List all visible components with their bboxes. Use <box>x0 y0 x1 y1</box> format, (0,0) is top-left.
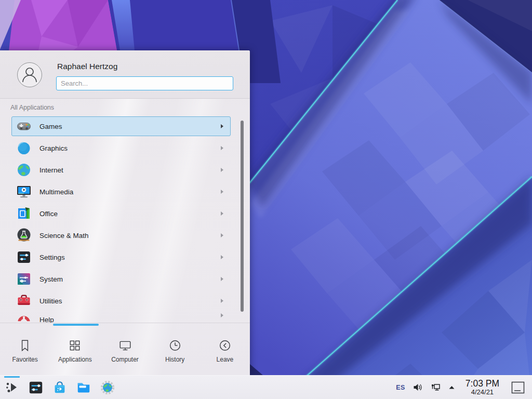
avatar[interactable] <box>17 62 42 87</box>
globe-icon <box>16 162 32 178</box>
footer-separator <box>0 323 250 323</box>
taskbar-file-manager[interactable] <box>72 376 96 399</box>
submenu-arrow-icon <box>221 233 223 237</box>
media-player-icon <box>16 183 32 200</box>
grid-icon <box>68 339 82 352</box>
network-icon[interactable] <box>430 382 441 393</box>
active-tab-indicator <box>53 324 99 326</box>
category-internet[interactable]: Internet <box>11 160 231 180</box>
volume-icon[interactable] <box>412 382 423 393</box>
bookmark-icon <box>18 339 32 352</box>
submenu-arrow-icon <box>221 146 223 150</box>
tab-history[interactable]: History <box>150 327 200 375</box>
flask-icon <box>16 227 32 244</box>
tab-applications[interactable]: Applications <box>50 327 100 375</box>
submenu-arrow-icon <box>221 168 223 172</box>
submenu-arrow-icon <box>221 313 223 317</box>
file-manager-icon <box>76 380 91 395</box>
clock-time: 7:03 PM <box>466 379 499 388</box>
application-launcher-menu: Raphael Hertzog All Applications Games <box>0 50 250 375</box>
desktop[interactable]: Raphael Hertzog All Applications Games <box>0 0 532 399</box>
clock[interactable]: 7:03 PM 4/24/21 <box>466 379 499 395</box>
taskbar-web-browser[interactable] <box>96 376 119 399</box>
submenu-arrow-icon <box>221 277 223 281</box>
category-science-math[interactable]: Science & Math <box>11 225 231 245</box>
submenu-arrow-icon <box>221 190 223 194</box>
taskbar-system-settings[interactable] <box>24 376 48 399</box>
system-settings-icon <box>28 380 44 395</box>
gamepad-icon <box>16 118 32 135</box>
show-desktop-button[interactable] <box>509 376 527 399</box>
category-games[interactable]: Games <box>11 116 231 136</box>
user-icon <box>18 63 42 87</box>
category-help[interactable]: Help <box>11 313 231 323</box>
section-label: All Applications <box>10 104 54 111</box>
category-system[interactable]: System <box>11 269 231 289</box>
toolbox-icon <box>16 292 32 309</box>
clock-icon <box>168 339 182 352</box>
document-icon <box>16 205 32 222</box>
category-graphics[interactable]: Graphics <box>11 138 231 158</box>
clock-date: 4/24/21 <box>466 389 499 396</box>
keyboard-layout-indicator[interactable]: ES <box>396 384 405 391</box>
sliders-icon <box>16 249 32 265</box>
system-tray: ES 7:03 PM 4/24/21 <box>396 376 527 399</box>
submenu-arrow-icon <box>221 255 223 259</box>
user-name: Raphael Hertzog <box>57 62 117 71</box>
taskbar-discover[interactable] <box>48 376 72 399</box>
category-list: Games Graphics Internet <box>0 113 250 323</box>
web-browser-icon <box>100 380 115 395</box>
scrollbar[interactable] <box>241 121 244 312</box>
submenu-arrow-icon <box>221 211 223 216</box>
lifesaver-icon <box>16 315 32 323</box>
launcher-active-indicator <box>4 376 20 378</box>
tab-computer[interactable]: Computer <box>100 327 150 375</box>
expand-tray-icon[interactable] <box>448 383 456 391</box>
show-desktop-icon <box>511 381 525 394</box>
discover-icon <box>52 380 68 395</box>
search-input[interactable] <box>56 76 233 90</box>
system-icon <box>16 271 32 287</box>
category-utilities[interactable]: Utilities <box>11 291 231 311</box>
category-office[interactable]: Office <box>11 204 231 223</box>
submenu-arrow-icon <box>221 124 223 128</box>
monitor-icon <box>118 339 132 352</box>
category-multimedia[interactable]: Multimedia <box>11 182 231 202</box>
tab-leave[interactable]: Leave <box>200 327 250 375</box>
leave-icon <box>218 339 232 352</box>
footer-tabs: Favorites Applications Computer <box>0 327 250 375</box>
kde-launcher-icon <box>4 380 20 395</box>
submenu-arrow-icon <box>221 299 223 303</box>
tab-favorites[interactable]: Favorites <box>0 327 50 375</box>
category-settings[interactable]: Settings <box>11 247 231 267</box>
menu-header: Raphael Hertzog <box>0 50 250 99</box>
app-launcher-button[interactable] <box>0 376 24 399</box>
taskbar: ES 7:03 PM 4/24/21 <box>0 375 532 399</box>
sphere-icon <box>16 140 32 156</box>
